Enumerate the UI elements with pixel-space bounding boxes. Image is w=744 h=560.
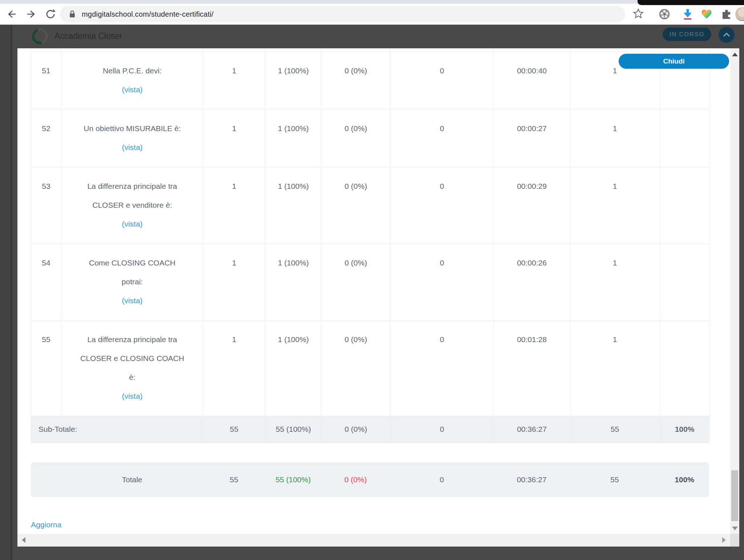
points-cell: 1 [570,320,660,416]
forward-icon[interactable] [26,9,37,20]
sidebar-divider [11,25,12,560]
hints-cell: 0 [390,52,494,109]
question-number: 52 [31,109,61,167]
question-text: Un obiettivo MISURABILE è: [84,124,181,133]
view-link[interactable]: (vista) [69,387,196,406]
time-cell: 00:00:27 [494,109,570,167]
page-left-sidebar [0,25,11,560]
incorrect-cell: 0 (0%) [322,244,390,320]
refresh-link[interactable]: Aggiorna [31,520,61,529]
spacer [31,443,709,462]
total-time: 00:36:27 [494,475,570,484]
subtotal-time: 00:36:27 [494,416,570,443]
site-header: Accademia Closer IN CORSO [0,25,744,48]
correct-cell: 1 (100%) [265,320,322,416]
subtotal-incorrect: 0 (0%) [322,416,390,443]
site-brand: Accademia Closer [54,31,122,41]
total-row: Totale 55 55 (100%) 0 (0%) 0 00:36:27 55… [31,462,709,497]
correct-cell: 1 (100%) [265,167,322,244]
back-icon[interactable] [6,9,17,20]
hints-cell: 0 [390,109,494,167]
question-text: La differenza principale tra CLOSER e ve… [87,182,177,209]
table-row: 51 Nella P.C.E. devi: (vista) 1 1 (100%)… [31,52,709,109]
result-cell [660,109,709,167]
scrollbar-corner [730,534,739,547]
close-button[interactable]: Chiudi [619,54,729,69]
view-link[interactable]: (vista) [69,80,196,99]
question-text: Come CLOSING COACH potrai: [89,259,175,286]
attempts-cell: 1 [203,52,265,109]
time-cell: 00:00:40 [494,52,570,109]
download-extension-icon[interactable] [682,8,694,20]
subtotal-attempts: 55 [203,416,265,443]
view-link[interactable]: (vista) [69,215,196,234]
url-text: mgdigitalschool.com/studente-certificati… [82,10,214,19]
incorrect-cell: 0 (0%) [322,167,390,244]
table-row: 54 Come CLOSING COACH potrai: (vista) 1 … [31,244,709,320]
points-cell: 1 [570,167,660,244]
question-text: La differenza principale tra CLOSER e CL… [80,335,184,381]
accademia-logo-icon [29,25,51,47]
incorrect-cell: 0 (0%) [322,52,390,109]
question-number: 54 [31,244,61,320]
attempts-cell: 1 [203,244,265,320]
vertical-scrollbar[interactable] [730,48,739,534]
rainbow-heart-extension-icon[interactable] [700,8,713,20]
view-link[interactable]: (vista) [69,291,196,310]
horizontal-scrollbar[interactable] [17,534,730,547]
question-number: 53 [31,167,61,244]
status-badge: IN CORSO [663,28,711,41]
bookmark-star-icon[interactable] [633,8,644,19]
dimmed-page-background: Accademia Closer IN CORSO Chiudi 51 N [0,25,744,560]
table-row: 52 Un obiettivo MISURABILE è: (vista) 1 … [31,109,709,167]
total-label: Totale [61,475,203,484]
scroll-right-arrow-icon[interactable] [722,537,726,543]
incorrect-cell: 0 (0%) [322,109,390,167]
subtotal-row: Sub-Totale: 55 55 (100%) 0 (0%) 0 00:36:… [31,416,709,443]
subtotal-percent: 100% [660,416,709,443]
points-cell: 1 [570,244,660,320]
quiz-table-container: 51 Nella P.C.E. devi: (vista) 1 1 (100%)… [31,48,709,529]
result-cell [660,320,709,416]
hints-cell: 0 [390,244,494,320]
subtotal-correct: 55 (100%) [265,416,322,443]
total-percent: 100% [660,475,709,484]
points-cell: 1 [570,109,660,167]
subtotal-hints: 0 [390,416,494,443]
film-reel-extension-icon[interactable] [658,8,671,20]
total-correct: 55 (100%) [265,475,322,484]
browser-tab-strip [0,0,744,4]
time-cell: 00:00:26 [494,244,570,320]
question-text: Nella P.C.E. devi: [103,66,162,75]
table-row: 55 La differenza principale tra CLOSER e… [31,320,709,416]
result-cell [660,244,709,320]
question-number: 51 [31,52,61,109]
collapse-button[interactable] [719,27,735,43]
dark-overlay-bar [638,0,744,5]
quiz-statistics-table: 51 Nella P.C.E. devi: (vista) 1 1 (100%)… [31,48,709,443]
total-attempts: 55 [203,475,265,484]
hints-cell: 0 [390,320,494,416]
total-incorrect: 0 (0%) [322,475,390,484]
correct-cell: 1 (100%) [265,52,322,109]
subtotal-points: 55 [570,416,660,443]
time-cell: 00:01:28 [494,320,570,416]
attempts-cell: 1 [203,320,265,416]
table-row: 53 La differenza principale tra CLOSER e… [31,167,709,244]
clipped-row [31,48,709,52]
view-link[interactable]: (vista) [69,138,196,157]
reload-icon[interactable] [45,9,56,20]
vertical-scrollbar-thumb[interactable] [731,470,738,521]
scroll-up-arrow-icon[interactable] [732,53,738,56]
browser-profile-avatar[interactable] [735,7,744,21]
scroll-down-arrow-icon[interactable] [732,527,738,530]
quiz-statistics-dialog: Chiudi 51 Nella P.C.E. devi: (vista) 1 1… [17,48,739,547]
total-hints: 0 [390,475,494,484]
correct-cell: 1 (100%) [265,109,322,167]
extensions-puzzle-icon[interactable] [720,8,732,20]
chevron-up-icon [722,31,731,39]
hints-cell: 0 [390,167,494,244]
scroll-left-arrow-icon[interactable] [22,537,25,543]
lock-icon [69,10,76,19]
address-bar[interactable]: mgdigitalschool.com/studente-certificati… [60,6,625,23]
